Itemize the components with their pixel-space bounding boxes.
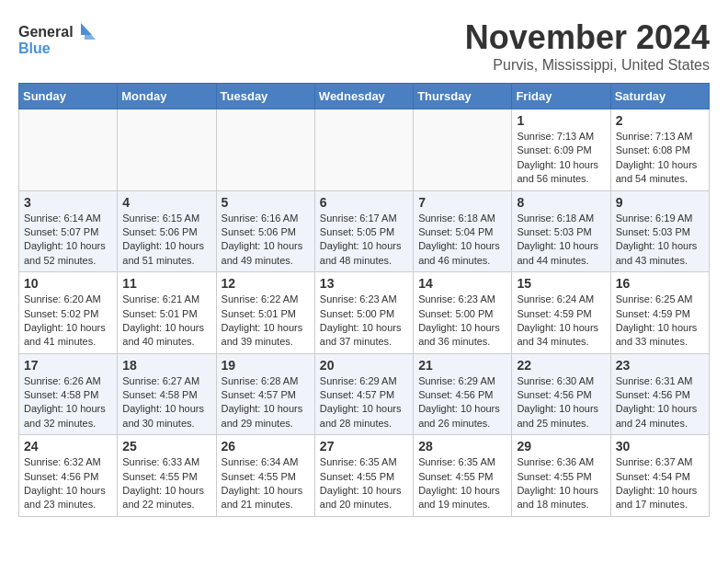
day-number: 6 <box>320 195 408 210</box>
day-info: Sunrise: 6:17 AMSunset: 5:05 PMDaylight:… <box>320 212 408 269</box>
day-number: 27 <box>320 439 408 454</box>
calendar-cell <box>216 109 314 191</box>
day-number: 17 <box>24 358 112 373</box>
month-title: November 2024 <box>465 18 710 57</box>
col-monday: Monday <box>118 84 216 109</box>
calendar-cell <box>19 109 118 191</box>
day-info: Sunrise: 6:21 AMSunset: 5:01 PMDaylight:… <box>122 293 210 350</box>
day-number: 3 <box>24 195 112 210</box>
calendar-cell: 15Sunrise: 6:24 AMSunset: 4:59 PMDayligh… <box>512 272 610 354</box>
day-info: Sunrise: 6:35 AMSunset: 4:55 PMDaylight:… <box>418 455 506 512</box>
day-info: Sunrise: 6:31 AMSunset: 4:56 PMDaylight:… <box>616 374 704 431</box>
calendar-cell: 2Sunrise: 7:13 AMSunset: 6:08 PMDaylight… <box>610 109 709 191</box>
day-number: 29 <box>517 439 605 454</box>
calendar-cell: 22Sunrise: 6:30 AMSunset: 4:56 PMDayligh… <box>512 353 610 435</box>
calendar-cell <box>414 109 512 191</box>
day-number: 21 <box>418 358 506 373</box>
calendar-cell: 3Sunrise: 6:14 AMSunset: 5:07 PMDaylight… <box>19 190 118 272</box>
calendar-cell: 16Sunrise: 6:25 AMSunset: 4:59 PMDayligh… <box>610 272 709 354</box>
calendar-table: Sunday Monday Tuesday Wednesday Thursday… <box>18 83 710 517</box>
calendar-cell: 26Sunrise: 6:34 AMSunset: 4:55 PMDayligh… <box>216 435 314 517</box>
day-number: 11 <box>122 276 210 291</box>
day-number: 10 <box>24 276 112 291</box>
day-number: 12 <box>222 276 310 291</box>
calendar-cell: 14Sunrise: 6:23 AMSunset: 5:00 PMDayligh… <box>414 272 512 354</box>
calendar-cell: 25Sunrise: 6:33 AMSunset: 4:55 PMDayligh… <box>118 435 216 517</box>
day-info: Sunrise: 6:29 AMSunset: 4:57 PMDaylight:… <box>320 374 408 431</box>
week-row-1: 1Sunrise: 7:13 AMSunset: 6:09 PMDaylight… <box>19 109 710 191</box>
col-saturday: Saturday <box>610 84 709 109</box>
day-info: Sunrise: 6:32 AMSunset: 4:56 PMDaylight:… <box>24 455 112 512</box>
day-number: 30 <box>616 439 704 454</box>
col-friday: Friday <box>512 84 610 109</box>
day-info: Sunrise: 6:19 AMSunset: 5:03 PMDaylight:… <box>616 212 704 269</box>
day-number: 4 <box>122 195 210 210</box>
day-number: 26 <box>222 439 310 454</box>
calendar-cell: 11Sunrise: 6:21 AMSunset: 5:01 PMDayligh… <box>118 272 216 354</box>
calendar-cell: 24Sunrise: 6:32 AMSunset: 4:56 PMDayligh… <box>19 435 118 517</box>
calendar-cell: 29Sunrise: 6:36 AMSunset: 4:55 PMDayligh… <box>512 435 610 517</box>
day-info: Sunrise: 6:30 AMSunset: 4:56 PMDaylight:… <box>517 374 605 431</box>
calendar-cell <box>314 109 413 191</box>
calendar-cell: 9Sunrise: 6:19 AMSunset: 5:03 PMDaylight… <box>610 190 709 272</box>
day-info: Sunrise: 6:15 AMSunset: 5:06 PMDaylight:… <box>122 212 210 269</box>
day-info: Sunrise: 7:13 AMSunset: 6:09 PMDaylight:… <box>517 130 605 187</box>
day-info: Sunrise: 6:23 AMSunset: 5:00 PMDaylight:… <box>320 293 408 350</box>
day-info: Sunrise: 6:35 AMSunset: 4:55 PMDaylight:… <box>320 455 408 512</box>
day-number: 14 <box>418 276 506 291</box>
day-info: Sunrise: 6:25 AMSunset: 4:59 PMDaylight:… <box>616 293 704 350</box>
calendar-cell: 30Sunrise: 6:37 AMSunset: 4:54 PMDayligh… <box>610 435 709 517</box>
day-info: Sunrise: 6:37 AMSunset: 4:54 PMDaylight:… <box>616 455 704 512</box>
day-info: Sunrise: 6:23 AMSunset: 5:00 PMDaylight:… <box>418 293 506 350</box>
calendar-cell: 23Sunrise: 6:31 AMSunset: 4:56 PMDayligh… <box>610 353 709 435</box>
day-number: 24 <box>24 439 112 454</box>
day-number: 19 <box>222 358 310 373</box>
svg-text:General: General <box>18 24 74 40</box>
day-number: 5 <box>222 195 310 210</box>
calendar-cell: 13Sunrise: 6:23 AMSunset: 5:00 PMDayligh… <box>314 272 413 354</box>
calendar-cell: 1Sunrise: 7:13 AMSunset: 6:09 PMDaylight… <box>512 109 610 191</box>
calendar-cell <box>118 109 216 191</box>
logo: General Blue <box>18 18 101 64</box>
day-info: Sunrise: 7:13 AMSunset: 6:08 PMDaylight:… <box>616 130 704 187</box>
day-info: Sunrise: 6:29 AMSunset: 4:56 PMDaylight:… <box>418 374 506 431</box>
day-info: Sunrise: 6:36 AMSunset: 4:55 PMDaylight:… <box>517 455 605 512</box>
day-info: Sunrise: 6:16 AMSunset: 5:06 PMDaylight:… <box>222 212 310 269</box>
col-thursday: Thursday <box>414 84 512 109</box>
calendar-cell: 4Sunrise: 6:15 AMSunset: 5:06 PMDaylight… <box>118 190 216 272</box>
day-number: 9 <box>616 195 704 210</box>
calendar-cell: 7Sunrise: 6:18 AMSunset: 5:04 PMDaylight… <box>414 190 512 272</box>
day-number: 23 <box>616 358 704 373</box>
day-number: 22 <box>517 358 605 373</box>
calendar-cell: 12Sunrise: 6:22 AMSunset: 5:01 PMDayligh… <box>216 272 314 354</box>
day-number: 16 <box>616 276 704 291</box>
day-info: Sunrise: 6:27 AMSunset: 4:58 PMDaylight:… <box>122 374 210 431</box>
day-info: Sunrise: 6:20 AMSunset: 5:02 PMDaylight:… <box>24 293 112 350</box>
day-number: 15 <box>517 276 605 291</box>
day-info: Sunrise: 6:22 AMSunset: 5:01 PMDaylight:… <box>222 293 310 350</box>
calendar-cell: 20Sunrise: 6:29 AMSunset: 4:57 PMDayligh… <box>314 353 413 435</box>
day-info: Sunrise: 6:18 AMSunset: 5:03 PMDaylight:… <box>517 212 605 269</box>
header-row: Sunday Monday Tuesday Wednesday Thursday… <box>19 84 710 109</box>
calendar-cell: 19Sunrise: 6:28 AMSunset: 4:57 PMDayligh… <box>216 353 314 435</box>
day-number: 25 <box>122 439 210 454</box>
calendar-cell: 10Sunrise: 6:20 AMSunset: 5:02 PMDayligh… <box>19 272 118 354</box>
calendar-cell: 27Sunrise: 6:35 AMSunset: 4:55 PMDayligh… <box>314 435 413 517</box>
day-info: Sunrise: 6:28 AMSunset: 4:57 PMDaylight:… <box>222 374 310 431</box>
week-row-2: 3Sunrise: 6:14 AMSunset: 5:07 PMDaylight… <box>19 190 710 272</box>
week-row-5: 24Sunrise: 6:32 AMSunset: 4:56 PMDayligh… <box>19 435 710 517</box>
location-title: Purvis, Mississippi, United States <box>465 57 710 74</box>
day-number: 18 <box>122 358 210 373</box>
day-number: 1 <box>517 113 605 128</box>
day-number: 7 <box>418 195 506 210</box>
week-row-3: 10Sunrise: 6:20 AMSunset: 5:02 PMDayligh… <box>19 272 710 354</box>
day-number: 28 <box>418 439 506 454</box>
day-info: Sunrise: 6:34 AMSunset: 4:55 PMDaylight:… <box>222 455 310 512</box>
calendar-cell: 21Sunrise: 6:29 AMSunset: 4:56 PMDayligh… <box>414 353 512 435</box>
calendar-cell: 6Sunrise: 6:17 AMSunset: 5:05 PMDaylight… <box>314 190 413 272</box>
logo-icon: General Blue <box>18 18 101 64</box>
day-info: Sunrise: 6:33 AMSunset: 4:55 PMDaylight:… <box>122 455 210 512</box>
day-info: Sunrise: 6:24 AMSunset: 4:59 PMDaylight:… <box>517 293 605 350</box>
calendar-cell: 5Sunrise: 6:16 AMSunset: 5:06 PMDaylight… <box>216 190 314 272</box>
week-row-4: 17Sunrise: 6:26 AMSunset: 4:58 PMDayligh… <box>19 353 710 435</box>
